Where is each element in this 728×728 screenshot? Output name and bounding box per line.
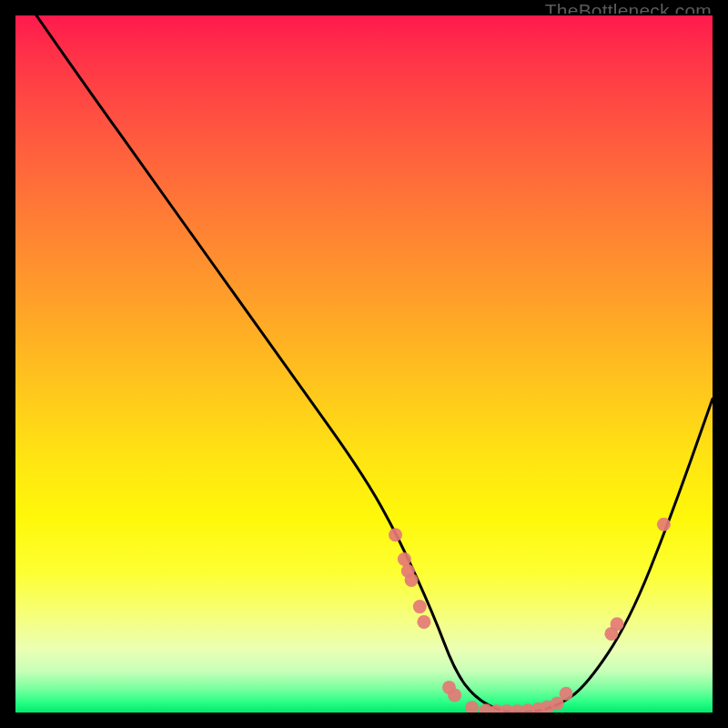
svg-point-0 <box>389 528 402 541</box>
svg-point-19 <box>611 617 624 631</box>
svg-point-5 <box>417 615 430 629</box>
chart-frame <box>14 14 714 714</box>
svg-point-3 <box>405 573 419 587</box>
svg-point-17 <box>560 687 573 701</box>
svg-point-20 <box>657 518 671 531</box>
svg-point-1 <box>398 552 411 566</box>
bottleneck-curve <box>36 15 713 713</box>
chart-svg <box>15 15 713 713</box>
svg-point-4 <box>413 600 427 613</box>
svg-point-7 <box>448 688 461 702</box>
svg-point-8 <box>465 701 479 713</box>
